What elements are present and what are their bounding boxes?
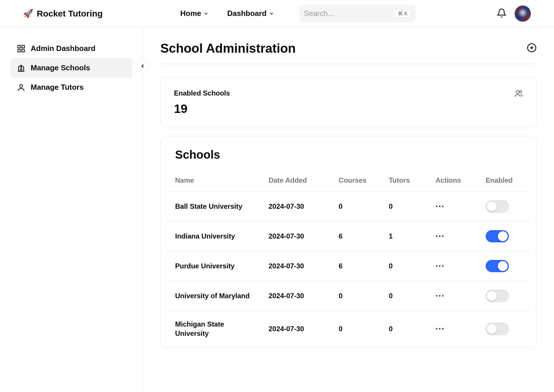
cell-actions: ··· <box>430 311 480 347</box>
cell-actions: ··· <box>430 251 480 281</box>
search-placeholder: Search... <box>304 9 395 18</box>
cell-name: Michigan State University <box>166 311 263 347</box>
svg-point-11 <box>520 91 522 93</box>
top-header: 🚀 Rocket Tutoring Home Dashboard Search.… <box>0 0 554 27</box>
nav-dashboard-label: Dashboard <box>227 9 267 18</box>
top-nav: Home Dashboard <box>180 9 274 18</box>
users-icon <box>514 89 523 99</box>
cell-enabled <box>480 251 531 281</box>
avatar[interactable] <box>515 6 531 22</box>
row-actions-button[interactable]: ··· <box>436 261 445 271</box>
enabled-toggle[interactable] <box>486 323 509 335</box>
search-input[interactable]: Search... ⌘ K <box>300 5 415 22</box>
enabled-toggle[interactable] <box>486 260 509 272</box>
cell-actions: ··· <box>430 192 480 221</box>
col-courses: Courses <box>333 169 384 192</box>
row-actions-button[interactable]: ··· <box>436 202 445 211</box>
main-content: School Administration Enabled Schools 19… <box>143 27 554 392</box>
cell-tutors: 0 <box>384 251 430 281</box>
col-actions: Actions <box>430 169 480 192</box>
search-shortcut: ⌘ K <box>395 10 411 18</box>
person-icon <box>17 83 25 92</box>
svg-rect-0 <box>18 45 21 48</box>
stat-label: Enabled Schools <box>174 89 230 97</box>
svg-rect-3 <box>22 49 25 52</box>
school-icon <box>17 64 25 72</box>
cell-name: Indiana University <box>166 221 263 251</box>
table-row: University of Maryland2024-07-3000··· <box>166 281 531 311</box>
stat-card-enabled-schools: Enabled Schools 19 <box>160 77 537 128</box>
enabled-toggle[interactable] <box>486 200 509 213</box>
col-enabled: Enabled <box>480 169 531 192</box>
cell-courses: 0 <box>333 311 384 347</box>
header-right <box>497 6 531 22</box>
brand-logo[interactable]: 🚀 Rocket Tutoring <box>23 9 103 19</box>
table-row: Purdue University2024-07-3060··· <box>166 251 531 281</box>
chevron-down-icon <box>269 11 274 16</box>
cell-date: 2024-07-30 <box>263 221 333 251</box>
add-button[interactable] <box>527 43 537 54</box>
cell-actions: ··· <box>430 281 480 311</box>
plus-circle-icon <box>527 43 537 53</box>
svg-rect-1 <box>22 45 25 48</box>
svg-point-10 <box>516 91 519 94</box>
enabled-toggle[interactable] <box>486 290 509 302</box>
col-date: Date Added <box>263 169 333 192</box>
sidebar-item-manage-tutors[interactable]: Manage Tutors <box>10 78 132 97</box>
row-actions-button[interactable]: ··· <box>436 231 445 241</box>
dashboard-icon <box>17 44 25 53</box>
cell-enabled <box>480 311 531 347</box>
cell-actions: ··· <box>430 221 480 251</box>
table-title: Schools <box>166 148 531 161</box>
table-row: Indiana University2024-07-3061··· <box>166 221 531 251</box>
cell-date: 2024-07-30 <box>263 281 333 311</box>
nav-home[interactable]: Home <box>180 9 209 18</box>
cell-courses: 0 <box>333 192 384 221</box>
sidebar-item-label: Manage Tutors <box>31 83 84 92</box>
cell-name: Purdue University <box>166 251 263 281</box>
svg-rect-2 <box>18 49 21 52</box>
svg-rect-4 <box>21 69 22 71</box>
cell-date: 2024-07-30 <box>263 311 333 347</box>
schools-table: Name Date Added Courses Tutors Actions E… <box>166 169 531 347</box>
brand-name: Rocket Tutoring <box>37 9 103 19</box>
cell-tutors: 0 <box>384 311 430 347</box>
sidebar-collapse-button[interactable] <box>136 60 149 72</box>
col-name: Name <box>166 169 263 192</box>
schools-table-card: Schools Name Date Added Courses Tutors A… <box>160 136 537 348</box>
bell-icon <box>497 8 507 18</box>
cell-courses: 0 <box>333 281 384 311</box>
sidebar-item-admin-dashboard[interactable]: Admin Dashboard <box>10 39 132 58</box>
nav-home-label: Home <box>180 9 201 18</box>
sidebar-item-label: Admin Dashboard <box>31 44 96 53</box>
row-actions-button[interactable]: ··· <box>436 324 445 334</box>
sidebar: Admin Dashboard Manage Schools Manage Tu… <box>0 27 143 392</box>
table-row: Michigan State University2024-07-3000··· <box>166 311 531 347</box>
cell-tutors: 1 <box>384 221 430 251</box>
sidebar-item-manage-schools[interactable]: Manage Schools <box>10 58 132 78</box>
cell-enabled <box>480 192 531 221</box>
notifications-button[interactable] <box>497 8 507 19</box>
enabled-toggle[interactable] <box>486 230 509 242</box>
page-header: School Administration <box>160 41 537 64</box>
cell-enabled <box>480 221 531 251</box>
svg-point-6 <box>20 85 23 87</box>
svg-point-5 <box>21 66 22 67</box>
nav-dashboard[interactable]: Dashboard <box>227 9 274 18</box>
col-tutors: Tutors <box>384 169 430 192</box>
cell-tutors: 0 <box>384 281 430 311</box>
sidebar-item-label: Manage Schools <box>31 63 90 72</box>
cell-courses: 6 <box>333 221 384 251</box>
page-title: School Administration <box>160 41 296 56</box>
rocket-icon: 🚀 <box>23 9 33 18</box>
table-row: Ball State University2024-07-3000··· <box>166 192 531 221</box>
cell-courses: 6 <box>333 251 384 281</box>
cell-tutors: 0 <box>384 192 430 221</box>
chevron-left-icon <box>140 63 146 69</box>
cell-date: 2024-07-30 <box>263 251 333 281</box>
cell-name: University of Maryland <box>166 281 263 311</box>
row-actions-button[interactable]: ··· <box>436 291 445 301</box>
chevron-down-icon <box>203 11 209 16</box>
cell-date: 2024-07-30 <box>263 192 333 221</box>
cell-enabled <box>480 281 531 311</box>
